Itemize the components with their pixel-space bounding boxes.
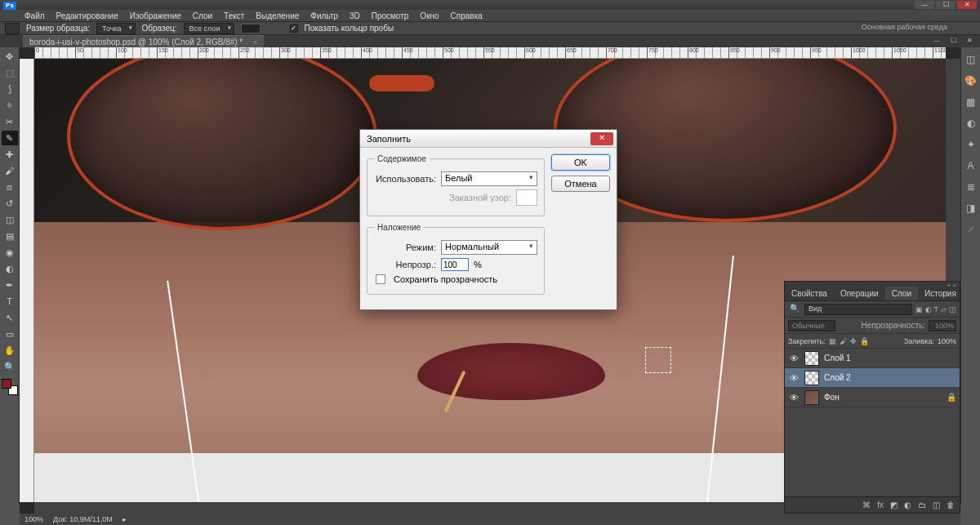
panel-opacity-input[interactable]: 100% bbox=[929, 320, 956, 331]
show-ring-checkbox[interactable] bbox=[290, 24, 298, 33]
panel-tab-0[interactable]: Свойства bbox=[785, 287, 834, 300]
preserve-trans-checkbox[interactable] bbox=[376, 274, 385, 284]
cancel-button[interactable]: Отмена bbox=[551, 176, 610, 192]
marquee-tool[interactable]: ⬚ bbox=[2, 65, 18, 80]
move-tool[interactable]: ✥ bbox=[2, 49, 18, 64]
zoom-tool[interactable]: 🔍 bbox=[2, 359, 18, 374]
panel-tab-2[interactable]: Слои bbox=[885, 287, 918, 300]
history-panel-icon[interactable]: ◫ bbox=[964, 52, 978, 67]
lock-position-icon[interactable]: ✥ bbox=[850, 337, 857, 345]
use-dropdown[interactable]: Белый bbox=[441, 171, 537, 186]
mask-icon[interactable]: ◩ bbox=[890, 501, 898, 509]
path-selection-tool[interactable]: ↖ bbox=[2, 310, 18, 325]
char-panel-icon[interactable]: A bbox=[964, 158, 978, 173]
menu-редактирование[interactable]: Редактирование bbox=[51, 11, 123, 21]
styles-panel-icon[interactable]: ✦ bbox=[964, 137, 978, 152]
zoom-level[interactable]: 100% bbox=[24, 515, 43, 523]
paths-panel-icon[interactable]: ⟋ bbox=[964, 222, 978, 237]
brush-tool[interactable]: 🖌 bbox=[2, 163, 18, 178]
foreground-color[interactable] bbox=[2, 379, 11, 389]
visibility-icon[interactable]: 👁 bbox=[788, 393, 800, 403]
filter-kind-dropdown[interactable]: Вид bbox=[804, 304, 912, 315]
document-tab[interactable]: boroda-i-usi-v-photoshop.psd @ 100% (Сло… bbox=[23, 35, 264, 48]
new-layer-icon[interactable]: ◫ bbox=[933, 501, 940, 509]
clone-stamp-tool[interactable]: ⧈ bbox=[2, 180, 18, 194]
doc-max-button[interactable]: ☐ bbox=[946, 36, 960, 46]
layer-row[interactable]: 👁Слой 2 bbox=[785, 368, 960, 388]
close-button[interactable]: ✕ bbox=[957, 1, 977, 9]
lock-trans-icon[interactable]: ▦ bbox=[829, 337, 836, 345]
layer-name[interactable]: Слой 1 bbox=[824, 354, 956, 363]
minimize-button[interactable]: — bbox=[915, 1, 934, 9]
layer-name[interactable]: Фон bbox=[824, 393, 942, 402]
filter-smart-icon[interactable]: ◫ bbox=[949, 305, 956, 314]
filter-search-icon[interactable]: 🔍 bbox=[788, 304, 801, 315]
layer-name[interactable]: Слой 2 bbox=[824, 373, 956, 382]
lock-pixels-icon[interactable]: 🖌 bbox=[840, 337, 847, 345]
menu-справка[interactable]: Справка bbox=[446, 11, 488, 21]
menu-текст[interactable]: Текст bbox=[219, 11, 249, 21]
filter-pixel-icon[interactable]: ▣ bbox=[915, 305, 923, 314]
doc-min-button[interactable]: — bbox=[929, 36, 944, 46]
layer-row[interactable]: 👁Фон🔒 bbox=[785, 388, 960, 407]
close-tab-icon[interactable]: × bbox=[253, 38, 257, 47]
type-tool[interactable]: T bbox=[2, 294, 18, 309]
channels-panel-icon[interactable]: ◨ bbox=[964, 201, 978, 216]
healing-brush-tool[interactable]: ✚ bbox=[2, 147, 18, 162]
shape-tool[interactable]: ▭ bbox=[2, 327, 18, 341]
menu-окно[interactable]: Окно bbox=[415, 11, 443, 21]
dialog-close-button[interactable]: ✕ bbox=[590, 132, 613, 145]
eraser-tool[interactable]: ◫ bbox=[2, 212, 18, 227]
adjustments-panel-icon[interactable]: ◐ bbox=[964, 116, 978, 131]
menu-изображение[interactable]: Изображение bbox=[125, 11, 186, 21]
lasso-tool[interactable]: ⟆ bbox=[2, 82, 18, 96]
lock-all-icon[interactable]: 🔒 bbox=[860, 337, 869, 345]
adjustment-layer-icon[interactable]: ◐ bbox=[904, 501, 911, 509]
history-brush-tool[interactable]: ↺ bbox=[2, 196, 18, 211]
menu-файл[interactable]: Файл bbox=[20, 11, 50, 21]
visibility-icon[interactable]: 👁 bbox=[788, 354, 800, 363]
menu-выделение[interactable]: Выделение bbox=[251, 11, 304, 21]
link-layers-icon[interactable]: ⌘ bbox=[862, 501, 871, 509]
fill-input[interactable]: 100% bbox=[938, 337, 956, 345]
filter-type-icon[interactable]: T bbox=[934, 305, 939, 314]
panel-tab-3[interactable]: История bbox=[918, 287, 963, 300]
workspace-switcher[interactable]: Основная рабочая среда bbox=[862, 23, 947, 31]
swatches-panel-icon[interactable]: ▦ bbox=[964, 95, 978, 109]
menu-слои[interactable]: Слои bbox=[188, 11, 217, 21]
delete-layer-icon[interactable]: 🗑 bbox=[947, 501, 955, 509]
hand-tool[interactable]: ✋ bbox=[2, 343, 18, 358]
blend-mode-dropdown[interactable]: Обычные bbox=[788, 320, 835, 331]
layer-thumbnail[interactable] bbox=[804, 371, 819, 385]
layer-thumbnail[interactable] bbox=[804, 351, 819, 366]
blur-tool[interactable]: ◉ bbox=[2, 245, 18, 260]
layers-panel-icon[interactable]: ≣ bbox=[964, 180, 978, 194]
layer-thumbnail[interactable] bbox=[804, 390, 819, 405]
mode-dropdown[interactable]: Нормальный bbox=[441, 240, 537, 255]
current-tool-icon[interactable] bbox=[5, 23, 20, 34]
color-panel-icon[interactable]: 🎨 bbox=[964, 73, 978, 88]
fx-icon[interactable]: fx bbox=[877, 501, 884, 509]
eyedropper-tool[interactable]: ✎ bbox=[2, 131, 18, 145]
magic-wand-tool[interactable]: ✧ bbox=[2, 98, 18, 113]
crop-tool[interactable]: ✂ bbox=[2, 114, 18, 129]
status-arrow-icon[interactable]: ▸ bbox=[122, 515, 127, 523]
layer-row[interactable]: 👁Слой 1 bbox=[785, 349, 960, 368]
doc-close-button[interactable]: ✕ bbox=[962, 36, 977, 46]
maximize-button[interactable]: ☐ bbox=[936, 1, 956, 9]
sample-from-dropdown[interactable]: Все слои bbox=[184, 23, 234, 34]
menu-просмотр[interactable]: Просмотр bbox=[367, 11, 414, 21]
visibility-icon[interactable]: 👁 bbox=[788, 373, 800, 383]
gradient-tool[interactable]: ▤ bbox=[2, 229, 18, 243]
panel-tab-1[interactable]: Операции bbox=[834, 287, 885, 300]
sample-size-dropdown[interactable]: Точка bbox=[96, 23, 135, 34]
menu-3d[interactable]: 3D bbox=[345, 11, 365, 21]
color-swatches[interactable] bbox=[2, 379, 18, 395]
pen-tool[interactable]: ✒ bbox=[2, 278, 18, 292]
dodge-tool[interactable]: ◐ bbox=[2, 261, 18, 276]
filter-adjust-icon[interactable]: ◐ bbox=[925, 305, 932, 314]
group-icon[interactable]: 🗀 bbox=[918, 501, 926, 509]
dialog-titlebar[interactable]: Заполнить ✕ bbox=[360, 130, 617, 148]
menu-фильтр[interactable]: Фильтр bbox=[305, 11, 343, 21]
filter-shape-icon[interactable]: ▱ bbox=[941, 305, 947, 314]
